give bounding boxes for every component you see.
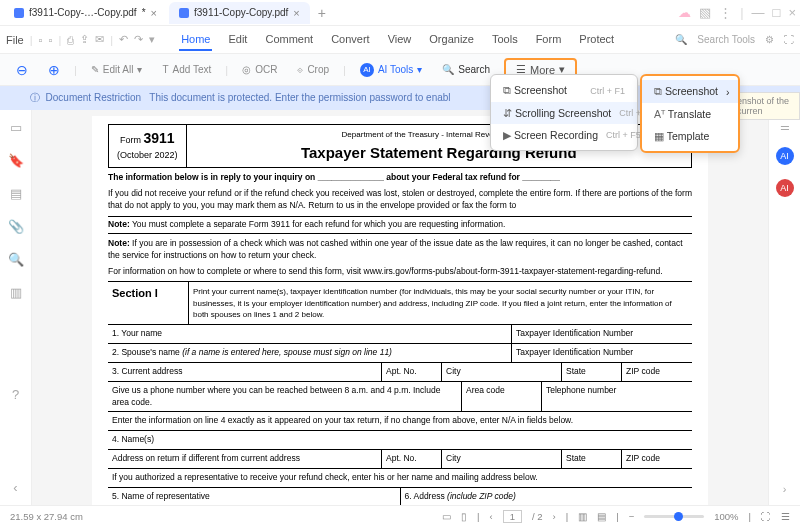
more-menu: ⧉ Screenshot› Aᵀ Translate ▦ Template [640,74,740,153]
crop-tool[interactable]: ⟐ Crop [291,61,335,78]
screen-recording-item[interactable]: ▶ Screen RecordingCtrl + F5 [491,124,637,146]
tab-active[interactable]: f3911-Copy-Copy.pdf× [169,2,310,24]
zoom-slider[interactable] [644,515,704,518]
view-icon[interactable]: ▥ [578,511,587,522]
screenshot-submenu: ⧉ ScreenshotCtrl + F1 ⇵ Scrolling Screen… [490,74,638,151]
ribbon-tabs: Home Edit Comment Convert View Organize … [179,29,616,51]
undo-icon[interactable]: ↶ [119,33,128,46]
scrolling-screenshot-item[interactable]: ⇵ Scrolling ScreenshotCtrl + F7 [491,102,637,124]
layers-icon[interactable]: ▤ [10,186,22,201]
tab-organize[interactable]: Organize [427,29,476,51]
help-icon[interactable]: ? [12,387,19,402]
adjust-icon[interactable]: ⚌ [780,120,790,133]
icon[interactable]: ▫ [39,34,43,46]
settings-icon[interactable]: ⚙ [765,34,774,45]
right-sidebar: ⚌ AI AI › [768,110,800,505]
zoom-out-button[interactable]: − [629,511,635,522]
tab-view[interactable]: View [386,29,414,51]
dropdown-icon[interactable]: ▾ [149,33,155,46]
page-dimensions: 21.59 x 27.94 cm [10,511,83,522]
cloud-icon[interactable]: ☁ [678,5,691,20]
tab-comment[interactable]: Comment [263,29,315,51]
add-text-tool[interactable]: T Add Text [156,61,217,78]
more-screenshot-item[interactable]: ⧉ Screenshot› [642,80,738,103]
fullscreen-icon[interactable]: ⛶ [761,511,771,522]
icon[interactable]: ▫ [49,34,53,46]
statusbar: 21.59 x 27.94 cm ▭ ▯ | ‹ 1 / 2 › | ▥ ▤ |… [0,505,800,527]
tab-convert[interactable]: Convert [329,29,372,51]
app-icon[interactable]: ▧ [699,5,711,20]
document-viewport[interactable]: Form 3911(October 2022) Department of th… [32,110,768,505]
icon[interactable]: ✉ [95,33,104,46]
collapse-icon[interactable]: ‹ [13,480,17,495]
titlebar: f3911-Copy-…-Copy.pdf*× f3911-Copy-Copy.… [0,0,800,26]
zoom-in-button[interactable]: ⊕ [42,59,66,81]
search-icon: 🔍 [675,34,687,45]
menubar: File |▫▫ |⎙⇪✉ |↶↷▾ Home Edit Comment Con… [0,26,800,54]
icon[interactable]: ⎙ [67,34,74,46]
search-panel-icon[interactable]: 🔍 [8,252,24,267]
screenshot-item[interactable]: ⧉ ScreenshotCtrl + F1 [491,79,637,102]
maximize-button[interactable]: □ [773,5,781,20]
minimize-button[interactable]: — [752,5,765,20]
fields-icon[interactable]: ▥ [10,285,22,300]
ocr-tool[interactable]: ◎ OCR [236,61,283,78]
tab-tools[interactable]: Tools [490,29,520,51]
add-tab-button[interactable]: + [312,5,332,21]
next-page-button[interactable]: › [553,511,556,522]
attachment-icon[interactable]: 📎 [8,219,24,234]
menu-icon[interactable]: ⋮ [719,5,732,20]
zoom-level[interactable]: 100% [714,511,738,522]
edit-all-tool[interactable]: ✎ Edit All▾ [85,61,149,78]
page-input[interactable]: 1 [503,510,522,523]
prev-page-button[interactable]: ‹ [490,511,493,522]
redo-icon[interactable]: ↷ [134,33,143,46]
collapse-right-icon[interactable]: › [783,483,787,495]
more-template-item[interactable]: ▦ Template [642,125,738,147]
close-icon[interactable]: × [151,7,157,19]
tab-home[interactable]: Home [179,29,212,51]
tab-edit[interactable]: Edit [226,29,249,51]
zoom-out-button[interactable]: ⊖ [10,59,34,81]
search-button[interactable]: 🔍 Search [436,61,496,78]
close-button[interactable]: × [788,5,796,20]
tab-protect[interactable]: Protect [577,29,616,51]
tab-form[interactable]: Form [534,29,564,51]
tooltip: enshot of the curren [730,92,800,120]
search-tools[interactable]: Search Tools [697,34,755,45]
fit-icon[interactable]: ▭ [442,511,451,522]
view-icon[interactable]: ▤ [597,511,606,522]
left-sidebar: ▭ 🔖 ▤ 📎 🔍 ▥ ? ‹ [0,110,32,505]
ai-badge-alt-icon[interactable]: AI [776,179,794,197]
ai-badge-icon[interactable]: AI [776,147,794,165]
fit-icon[interactable]: ▯ [461,511,467,522]
file-menu[interactable]: File [6,34,24,46]
tab-inactive[interactable]: f3911-Copy-…-Copy.pdf*× [4,2,167,24]
reader-icon[interactable]: ☰ [781,511,790,522]
ai-tools-button[interactable]: AIAI Tools▾ [354,60,428,80]
pdf-page: Form 3911(October 2022) Department of th… [92,116,708,505]
icon[interactable]: ⇪ [80,33,89,46]
close-icon[interactable]: × [293,7,299,19]
more-translate-item[interactable]: Aᵀ Translate [642,103,738,125]
thumbnail-icon[interactable]: ▭ [10,120,22,135]
expand-icon[interactable]: ⛶ [784,34,794,45]
bookmark-icon[interactable]: 🔖 [8,153,24,168]
